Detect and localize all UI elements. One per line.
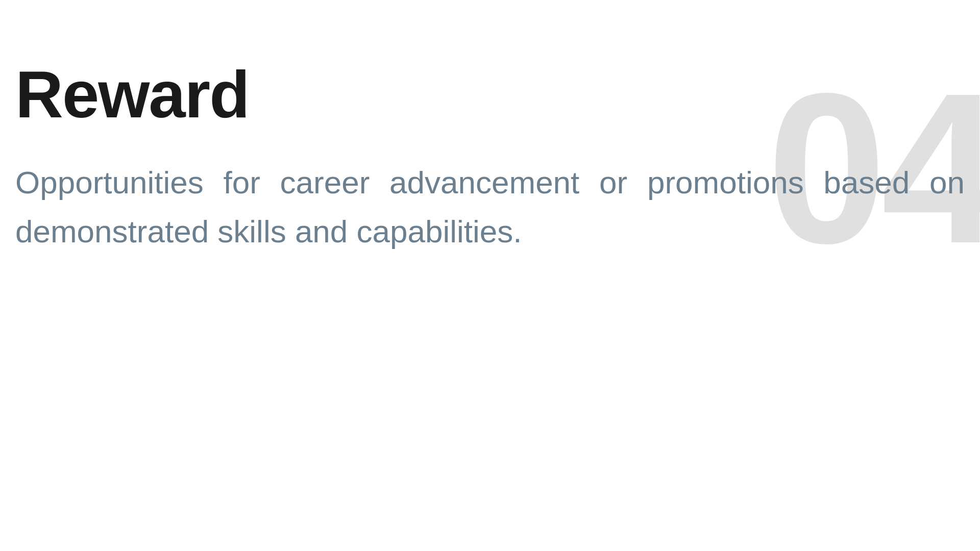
page-container: 04 Reward Opportunities for career advan… bbox=[0, 0, 980, 551]
page-title: Reward bbox=[15, 61, 965, 128]
page-description: Opportunities for career advancement or … bbox=[15, 158, 965, 256]
content-area: Reward Opportunities for career advancem… bbox=[15, 61, 965, 256]
